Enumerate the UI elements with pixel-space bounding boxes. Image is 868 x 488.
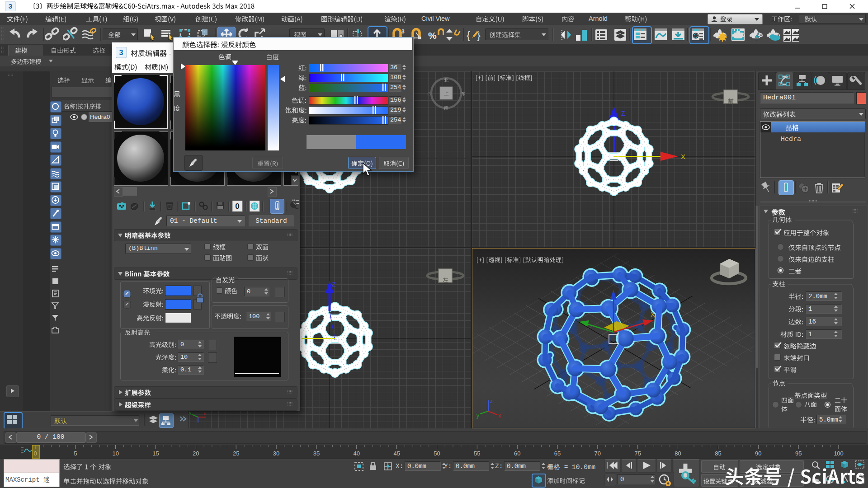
svg-text:y: y — [476, 413, 479, 419]
svg-text:y: y — [189, 410, 192, 415]
svg-text:X: X — [681, 153, 685, 160]
svg-text:{: { — [467, 29, 470, 41]
svg-text:3: 3 — [9, 2, 12, 10]
svg-text:%: % — [428, 30, 437, 41]
svg-text:3: 3 — [401, 28, 405, 35]
svg-text:x: x — [498, 413, 501, 419]
svg-text:x: x — [203, 411, 206, 416]
svg-text:X: X — [651, 311, 655, 318]
svg-text:z: z — [490, 398, 493, 404]
svg-text:}: } — [477, 29, 481, 41]
svg-text:Z: Z — [332, 280, 336, 288]
svg-text:0: 0 — [235, 202, 239, 211]
svg-text:3: 3 — [119, 49, 123, 56]
